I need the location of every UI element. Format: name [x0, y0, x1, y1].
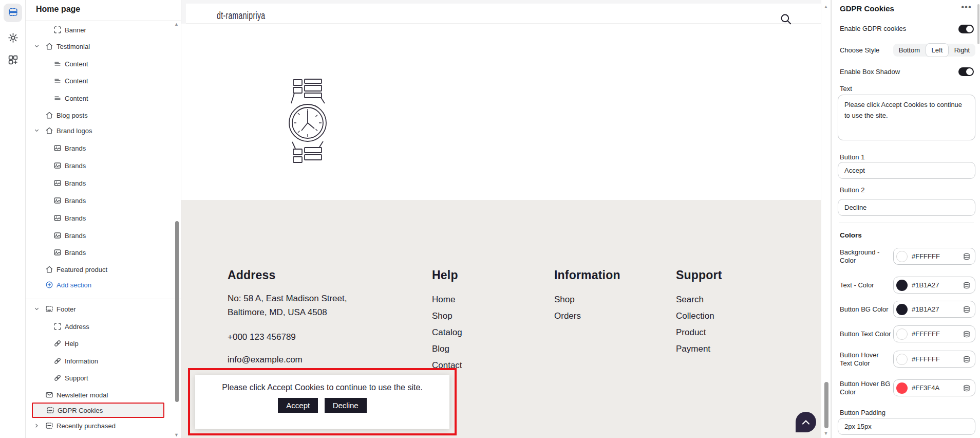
- sidebar-item-label: Brand logos: [56, 127, 92, 135]
- global-colors-icon[interactable]: [963, 305, 971, 314]
- sidebar-item-content[interactable]: Content: [26, 90, 181, 106]
- global-colors-icon[interactable]: [963, 384, 971, 392]
- button-padding-label: Button Padding: [840, 409, 885, 417]
- scroll-to-top-button[interactable]: [796, 412, 816, 432]
- footer-phone: +000 123 456789: [228, 333, 402, 341]
- settings-nav-button[interactable]: [4, 29, 22, 48]
- chevron-down-icon[interactable]: [34, 128, 40, 134]
- panel-scrollbar-thumb[interactable]: [977, 4, 979, 44]
- color-picker[interactable]: #FFFFFF: [893, 248, 975, 265]
- sidebar-item-label: Banner: [65, 26, 86, 34]
- tree-scrollbar-thumb[interactable]: [175, 221, 179, 402]
- sidebar-item-recently-purchased[interactable]: Recently purchased: [26, 418, 181, 433]
- sidebar-item-featured-product[interactable]: Featured product: [26, 262, 181, 277]
- more-options-icon[interactable]: •••: [961, 2, 972, 12]
- sidebar-item-newsletter-modal[interactable]: Newsletter modal: [26, 387, 181, 403]
- footer-link[interactable]: Blog: [432, 341, 524, 357]
- color-hex-value: #FFFFFF: [912, 355, 940, 363]
- color-swatch: [896, 382, 908, 394]
- home-icon: [45, 265, 53, 273]
- sidebar-item-brand-logos[interactable]: Brand logos: [26, 123, 181, 138]
- scroll-down-arrow[interactable]: ▼: [821, 431, 831, 436]
- color-picker[interactable]: #FF3F4A: [893, 379, 975, 396]
- global-colors-icon[interactable]: [963, 330, 971, 338]
- style-option-right[interactable]: Right: [949, 44, 975, 57]
- button1-input[interactable]: [838, 162, 975, 179]
- add-section-button[interactable]: Add section: [26, 277, 181, 293]
- sidebar-item-brands[interactable]: Brands: [26, 210, 181, 226]
- footer-link[interactable]: Product: [676, 324, 768, 341]
- sidebar-item-content[interactable]: Content: [26, 73, 181, 88]
- color-picker[interactable]: #1B1A27: [893, 301, 975, 318]
- global-colors-icon[interactable]: [963, 281, 971, 289]
- footer-link[interactable]: Payment: [676, 341, 768, 357]
- footer-link[interactable]: Shop: [554, 291, 647, 308]
- footer-link[interactable]: Home: [432, 291, 524, 308]
- sidebar-item-brands[interactable]: Brands: [26, 193, 181, 208]
- footer-link[interactable]: Collection: [676, 308, 768, 324]
- image-icon: [53, 144, 62, 152]
- sidebar-item-footer[interactable]: Footer: [26, 301, 181, 317]
- product-image-watch: [287, 79, 330, 163]
- button2-label: Button 2: [840, 186, 864, 194]
- sidebar-item-gdpr-cookies[interactable]: GDPR Cookies: [32, 403, 164, 418]
- color-picker[interactable]: #FFFFFF: [893, 351, 975, 368]
- sidebar-item-testimonial[interactable]: Testimonial: [26, 39, 181, 54]
- sidebar-item-brands[interactable]: Brands: [26, 158, 181, 173]
- button-padding-input[interactable]: [838, 418, 975, 435]
- accept-cookies-button[interactable]: Accept: [278, 398, 318, 413]
- chevron-down-icon[interactable]: [34, 306, 40, 312]
- scroll-up-arrow[interactable]: ▲: [174, 22, 179, 27]
- color-picker[interactable]: #FFFFFF: [893, 325, 975, 342]
- footer-link[interactable]: Search: [676, 291, 768, 308]
- footer-column-support: SupportSearchCollectionProductPayment: [676, 268, 768, 357]
- scroll-up-arrow[interactable]: ▲: [821, 4, 831, 9]
- footer-link[interactable]: Shop: [432, 308, 524, 324]
- sidebar-item-help[interactable]: Help: [26, 336, 181, 351]
- chevron-down-icon[interactable]: [34, 44, 40, 49]
- box-shadow-toggle[interactable]: [958, 67, 974, 76]
- sidebar-item-banner[interactable]: Banner: [26, 22, 181, 38]
- color-row: Background -Color#FFFFFF: [839, 248, 975, 265]
- preview-scrollbar-thumb[interactable]: [824, 382, 828, 428]
- sidebar-item-brands[interactable]: Brands: [26, 140, 181, 156]
- apps-nav-button[interactable]: [4, 51, 22, 70]
- gear-icon: [8, 32, 18, 45]
- image-icon: [53, 179, 62, 187]
- preview-scrollbar[interactable]: ▲ ▼: [821, 0, 831, 438]
- global-colors-icon[interactable]: [963, 355, 971, 363]
- sections-nav-button[interactable]: [4, 4, 22, 22]
- sidebar-item-label: Brands: [65, 214, 86, 222]
- sections-icon: [8, 7, 18, 20]
- sidebar-item-address[interactable]: Address: [26, 319, 181, 334]
- search-icon[interactable]: [779, 12, 793, 26]
- sidebar-item-label: Testimonial: [56, 43, 90, 50]
- color-row: Button Text Color#FFFFFF: [839, 325, 975, 342]
- button2-input[interactable]: [838, 199, 975, 216]
- sidebar-item-brands[interactable]: Brands: [26, 228, 181, 243]
- sidebar-item-support[interactable]: Support: [26, 370, 181, 386]
- sidebar-item-content[interactable]: Content: [26, 56, 181, 71]
- sidebar-item-information[interactable]: Information: [26, 353, 181, 369]
- link-icon: [53, 374, 62, 382]
- sidebar-item-brands[interactable]: Brands: [26, 245, 181, 260]
- theme-preview: dt-ramanipriya Addre: [181, 0, 821, 438]
- footer-link[interactable]: Catalog: [432, 324, 524, 341]
- style-option-bottom[interactable]: Bottom: [893, 44, 926, 57]
- scroll-down-arrow[interactable]: ▼: [174, 433, 179, 437]
- home-icon: [45, 126, 53, 135]
- footer-link[interactable]: Orders: [554, 308, 647, 324]
- style-option-left[interactable]: Left: [926, 43, 949, 57]
- color-hex-value: #FF3F4A: [912, 384, 939, 392]
- color-row-label: Button Hover BGColor: [840, 380, 890, 396]
- enable-gdpr-toggle[interactable]: [958, 25, 974, 33]
- chevron-right-icon[interactable]: [34, 423, 40, 429]
- global-colors-icon[interactable]: [963, 252, 971, 261]
- sidebar-item-label: Support: [65, 374, 88, 382]
- color-picker[interactable]: #1B1A27: [893, 277, 975, 294]
- sidebar-item-blog-posts[interactable]: Blog posts: [26, 107, 181, 123]
- cookie-text-input[interactable]: Please click Accept Cookies to continue …: [838, 95, 975, 140]
- store-header: dt-ramanipriya: [186, 4, 821, 24]
- decline-cookies-button[interactable]: Decline: [325, 398, 367, 413]
- sidebar-item-brands[interactable]: Brands: [26, 175, 181, 191]
